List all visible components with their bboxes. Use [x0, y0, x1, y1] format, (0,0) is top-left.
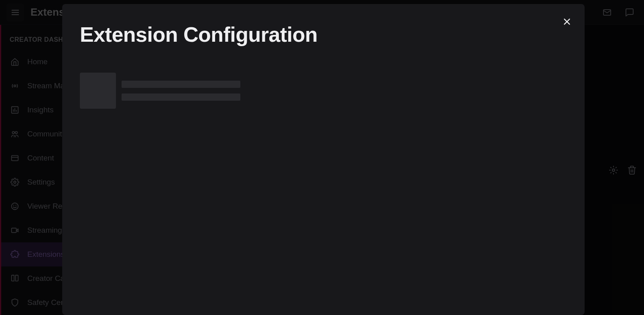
close-icon — [563, 17, 571, 26]
skeleton-line — [122, 81, 240, 88]
skeleton-lines — [122, 81, 240, 101]
modal-title: Extension Configuration — [80, 23, 567, 46]
extension-configuration-modal: Extension Configuration — [62, 4, 585, 315]
close-button[interactable] — [561, 15, 573, 28]
skeleton-line — [122, 93, 240, 101]
loading-skeleton — [80, 73, 567, 109]
skeleton-thumbnail — [80, 73, 116, 109]
